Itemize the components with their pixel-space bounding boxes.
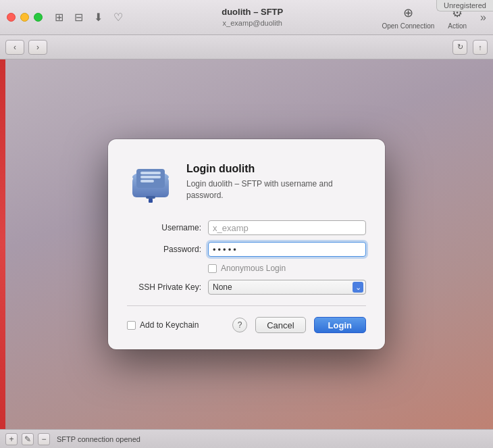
action-label: Action	[448, 22, 467, 30]
history-icon[interactable]: ⊟	[74, 11, 83, 24]
password-row: Password:	[127, 242, 366, 257]
dialog-header: Login duolith Login duolith – SFTP with …	[127, 158, 366, 205]
titlebar-center: duolith – SFTP x_examp@duolith	[123, 7, 382, 28]
add-to-keychain-label: Add to Keychain	[140, 320, 199, 330]
dialog-divider	[127, 305, 366, 306]
close-button[interactable]	[7, 13, 16, 22]
titlebar: ⊞ ⊟ ⬇ ♡ duolith – SFTP x_examp@duolith ⊕…	[0, 0, 493, 35]
forward-button[interactable]: ›	[28, 40, 47, 55]
minimize-button[interactable]	[20, 13, 29, 22]
add-to-keychain-checkbox[interactable]	[127, 321, 136, 330]
anonymous-login-label: Anonymous Login	[221, 264, 286, 273]
unregistered-badge: Unregistered	[436, 0, 493, 11]
login-dialog: Login duolith Login duolith – SFTP with …	[108, 139, 385, 349]
titlebar-icons: ⊞ ⊟ ⬇ ♡	[55, 11, 123, 24]
username-input[interactable]	[208, 220, 366, 235]
add-to-keychain-area: Add to Keychain	[127, 320, 199, 330]
dialog-title: Login duolith	[186, 163, 366, 175]
svg-rect-5	[140, 180, 154, 182]
maximize-button[interactable]	[34, 13, 43, 22]
nav-right: ↻ ↑	[452, 40, 488, 55]
open-connection-button[interactable]: ⊕ Open Connection	[382, 5, 434, 30]
navbar: ‹ › ↻ ↑	[0, 35, 493, 59]
login-button[interactable]: Login	[314, 317, 366, 333]
bookmarks-icon[interactable]: ⊞	[55, 11, 63, 24]
dialog-footer: Add to Keychain ? Cancel Login	[127, 317, 366, 333]
back-button[interactable]: ‹	[5, 40, 24, 55]
open-connection-icon: ⊕	[403, 5, 413, 20]
ssh-key-label: SSH Private Key:	[127, 282, 201, 292]
server-icon	[127, 158, 174, 205]
password-label: Password:	[127, 245, 201, 254]
help-button[interactable]: ?	[232, 318, 247, 332]
up-button[interactable]: ↑	[473, 40, 488, 55]
svg-rect-6	[146, 196, 155, 199]
open-connection-label: Open Connection	[382, 22, 434, 30]
add-button[interactable]: +	[5, 433, 18, 445]
dialog-title-area: Login duolith Login duolith – SFTP with …	[186, 163, 366, 201]
edit-button[interactable]: ✎	[22, 433, 34, 445]
remove-button[interactable]: −	[38, 433, 50, 445]
download-icon[interactable]: ⬇	[94, 11, 103, 24]
statusbar: + ✎ − SFTP connection opened	[0, 429, 493, 448]
status-text: SFTP connection opened	[57, 435, 140, 443]
dialog-subtitle: Login duolith – SFTP with username and p…	[186, 178, 366, 201]
username-label: Username:	[127, 223, 201, 232]
traffic-lights	[7, 13, 43, 22]
ssh-key-row: SSH Private Key: None	[127, 280, 366, 295]
cancel-button[interactable]: Cancel	[255, 317, 305, 333]
svg-rect-4	[140, 176, 161, 178]
more-icon[interactable]: »	[480, 11, 486, 24]
sync-button[interactable]: ↻	[452, 40, 467, 55]
ssh-key-select-wrapper: None	[208, 280, 366, 295]
svg-rect-7	[149, 199, 153, 203]
anonymous-login-checkbox[interactable]	[208, 264, 217, 273]
window-title: duolith – SFTP	[222, 7, 283, 18]
window-subtitle: x_examp@duolith	[223, 18, 282, 28]
favorite-icon[interactable]: ♡	[113, 11, 123, 24]
username-row: Username:	[127, 220, 366, 235]
dialog-overlay: Login duolith Login duolith – SFTP with …	[0, 59, 493, 429]
ssh-key-select[interactable]: None	[208, 280, 366, 295]
svg-rect-3	[140, 172, 161, 174]
main-area: Login duolith Login duolith – SFTP with …	[0, 59, 493, 429]
anonymous-login-row: Anonymous Login	[208, 264, 366, 273]
password-input[interactable]	[208, 242, 366, 257]
